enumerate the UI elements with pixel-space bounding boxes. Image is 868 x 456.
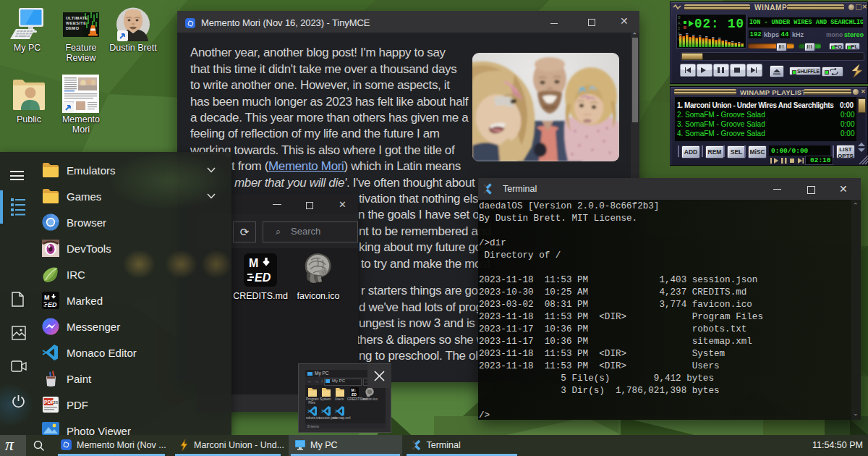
svg-text:ED: ED xyxy=(48,301,57,308)
svg-text:M: M xyxy=(44,294,50,301)
svg-text:ED: ED xyxy=(255,271,271,284)
svg-text:ED: ED xyxy=(352,392,357,397)
svg-text:JS: JS xyxy=(53,400,58,405)
svg-text:ULTIMATE: ULTIMATE xyxy=(66,16,88,20)
svg-text:M: M xyxy=(249,257,258,269)
svg-text:DEMO: DEMO xyxy=(66,26,80,30)
svg-text:WEBSITE: WEBSITE xyxy=(66,21,86,25)
